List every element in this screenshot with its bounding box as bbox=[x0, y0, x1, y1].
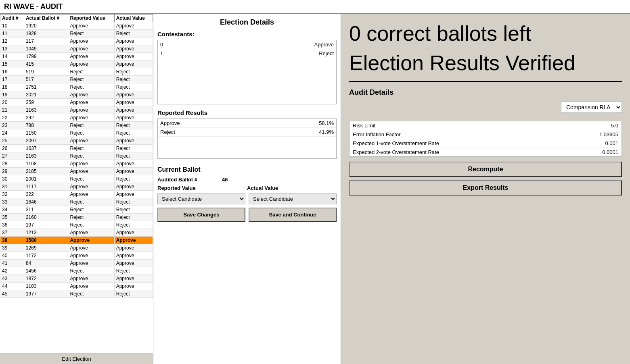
actual-value-select[interactable]: Select Candidate Approve Reject bbox=[249, 193, 337, 204]
export-results-button[interactable]: Export Results bbox=[349, 180, 622, 196]
audit-detail-value: 0.001 bbox=[605, 140, 618, 146]
table-row[interactable]: 281168ApproveApprove bbox=[0, 160, 153, 168]
contestant-row: 1Reject bbox=[158, 49, 336, 58]
audit-table: Audit # Actual Ballot # Reported Value A… bbox=[0, 14, 153, 298]
table-row[interactable]: 292185ApproveApprove bbox=[0, 168, 153, 175]
result-name: Approve bbox=[160, 120, 180, 126]
table-row[interactable]: 111928RejectReject bbox=[0, 30, 153, 37]
audit-details-heading: Audit Details bbox=[349, 88, 622, 97]
contestant-row: 0Approve bbox=[158, 40, 336, 49]
election-results-text: Election Results Verified bbox=[349, 52, 622, 75]
table-row[interactable]: 371213ApproveApprove bbox=[0, 229, 153, 237]
audited-ballot-value: 46 bbox=[222, 177, 228, 183]
table-row[interactable]: 211163ApproveApprove bbox=[0, 106, 153, 114]
table-row[interactable]: 261637RejectReject bbox=[0, 145, 153, 152]
contestant-name: Approve bbox=[314, 42, 334, 48]
table-row[interactable]: 32322ApproveApprove bbox=[0, 191, 153, 198]
contestant-id: 1 bbox=[160, 50, 163, 56]
contestant-name: Reject bbox=[319, 50, 334, 56]
audit-detail-value: 1.03905 bbox=[599, 131, 618, 137]
audit-details-table: Risk Limit5.0Error Inflation Factor1.039… bbox=[349, 121, 622, 157]
table-row[interactable]: 15415ApproveApprove bbox=[0, 60, 153, 68]
recompute-button[interactable]: Recompute bbox=[349, 162, 622, 177]
table-row[interactable]: 302001RejectReject bbox=[0, 175, 153, 183]
result-pct: 58.1% bbox=[319, 120, 334, 126]
audit-table-container: Audit # Actual Ballot # Reported Value A… bbox=[0, 14, 153, 354]
table-row[interactable]: 17517RejectReject bbox=[0, 76, 153, 83]
audit-detail-value: 5.0 bbox=[611, 123, 618, 129]
edit-election-button[interactable]: Edit Election bbox=[0, 354, 153, 364]
table-row[interactable]: 431872ApproveApprove bbox=[0, 275, 153, 283]
table-row[interactable]: 241150RejectReject bbox=[0, 129, 153, 137]
current-ballot-section: Current Ballot Audited Ballot # 46 Repor… bbox=[157, 166, 337, 222]
audit-type-select[interactable]: Comparision RLABallot Polling RLA bbox=[561, 102, 622, 113]
table-row[interactable]: 441103ApproveApprove bbox=[0, 283, 153, 290]
result-name: Reject bbox=[160, 129, 175, 135]
contestants-heading: Contestants: bbox=[157, 31, 337, 37]
app-title: RI WAVE - AUDIT bbox=[4, 2, 63, 10]
table-row[interactable]: 311117ApproveApprove bbox=[0, 183, 153, 191]
audit-detail-label: Expected 1-vote Overstatement Rate bbox=[353, 140, 439, 146]
col-header-audit: Audit # bbox=[0, 15, 24, 22]
ballot-selects-row: Select Candidate Approve Reject Select C… bbox=[157, 193, 337, 204]
table-row[interactable]: 34311RejectReject bbox=[0, 206, 153, 214]
table-row[interactable]: 101920ApproveApprove bbox=[0, 22, 153, 30]
audit-detail-row: Expected 2-vote Overstatement Rate0.0001 bbox=[350, 148, 622, 156]
current-ballot-heading: Current Ballot bbox=[157, 166, 337, 173]
audited-ballot-label: Audited Ballot # bbox=[157, 177, 222, 183]
audit-details-header-row: Comparision RLABallot Polling RLA bbox=[349, 102, 622, 118]
table-row[interactable]: 192021ApproveApprove bbox=[0, 91, 153, 99]
contestants-list: 0Approve1Reject bbox=[157, 40, 337, 104]
ballot-buttons-row: Save Changes Save and Continue bbox=[157, 208, 337, 222]
table-row[interactable]: 141799ApproveApprove bbox=[0, 53, 153, 60]
election-details-title: Election Details bbox=[157, 18, 337, 27]
audit-detail-label: Error Inflation Factor bbox=[353, 131, 401, 137]
table-row[interactable]: 181751RejectReject bbox=[0, 83, 153, 91]
table-row[interactable]: 20359ApproveApprove bbox=[0, 99, 153, 106]
right-panel: 0 correct ballots left Election Results … bbox=[341, 14, 630, 364]
result-row: Approve58.1% bbox=[158, 119, 336, 128]
ballot-columns-header: Reported Value Actual Value bbox=[157, 185, 337, 191]
audit-detail-row: Risk Limit5.0 bbox=[350, 121, 622, 130]
table-row[interactable]: 131049ApproveApprove bbox=[0, 45, 153, 53]
left-panel: Audit # Actual Ballot # Reported Value A… bbox=[0, 14, 153, 364]
audit-detail-row: Error Inflation Factor1.03905 bbox=[350, 130, 622, 139]
table-row[interactable]: 401172ApproveApprove bbox=[0, 252, 153, 260]
table-row[interactable]: 22292ApproveApprove bbox=[0, 114, 153, 122]
audit-detail-value: 0.0001 bbox=[602, 149, 618, 155]
result-row: Reject41.9% bbox=[158, 128, 336, 137]
col-header-actual: Actual Value bbox=[114, 15, 153, 22]
table-row[interactable]: 12117ApproveApprove bbox=[0, 37, 153, 45]
save-changes-button[interactable]: Save Changes bbox=[157, 208, 245, 222]
table-row[interactable]: 16519RejectReject bbox=[0, 68, 153, 76]
actual-value-col-label: Actual Value bbox=[247, 185, 337, 191]
table-row[interactable]: 252097ApproveApprove bbox=[0, 137, 153, 145]
table-row[interactable]: 4184ApproveApprove bbox=[0, 260, 153, 267]
correct-ballots-text: 0 correct ballots left bbox=[349, 22, 622, 45]
audit-detail-label: Risk Limit bbox=[353, 123, 375, 129]
col-header-reported: Reported Value bbox=[68, 15, 114, 22]
table-row[interactable]: 352160RejectReject bbox=[0, 214, 153, 221]
col-header-ballot: Actual Ballot # bbox=[24, 15, 68, 22]
divider bbox=[349, 81, 622, 82]
table-row[interactable]: 36197RejectReject bbox=[0, 221, 153, 229]
table-row[interactable]: 381580ApproveApprove bbox=[0, 237, 153, 244]
table-row[interactable]: 451977RejectReject bbox=[0, 290, 153, 298]
reported-value-select[interactable]: Select Candidate Approve Reject bbox=[157, 193, 245, 204]
table-row[interactable]: 421456RejectReject bbox=[0, 267, 153, 275]
reported-value-col-label: Reported Value bbox=[157, 185, 247, 191]
table-row[interactable]: 272163RejectReject bbox=[0, 152, 153, 160]
audit-detail-row: Expected 1-vote Overstatement Rate0.001 bbox=[350, 139, 622, 148]
table-row[interactable]: 331646RejectReject bbox=[0, 198, 153, 206]
reported-results-heading: Reported Results bbox=[157, 109, 337, 116]
audited-ballot-row: Audited Ballot # 46 bbox=[157, 177, 337, 183]
audit-detail-label: Expected 2-vote Overstatement Rate bbox=[353, 149, 439, 155]
table-row[interactable]: 391269ApproveApprove bbox=[0, 244, 153, 252]
middle-panel: Election Details Contestants: 0Approve1R… bbox=[153, 14, 341, 364]
table-row[interactable]: 23788RejectReject bbox=[0, 122, 153, 129]
reported-results-list: Approve58.1%Reject41.9% bbox=[157, 119, 337, 159]
title-bar: RI WAVE - AUDIT bbox=[0, 0, 630, 14]
save-continue-button[interactable]: Save and Continue bbox=[249, 208, 337, 222]
contestant-id: 0 bbox=[160, 42, 163, 48]
result-pct: 41.9% bbox=[319, 129, 334, 135]
